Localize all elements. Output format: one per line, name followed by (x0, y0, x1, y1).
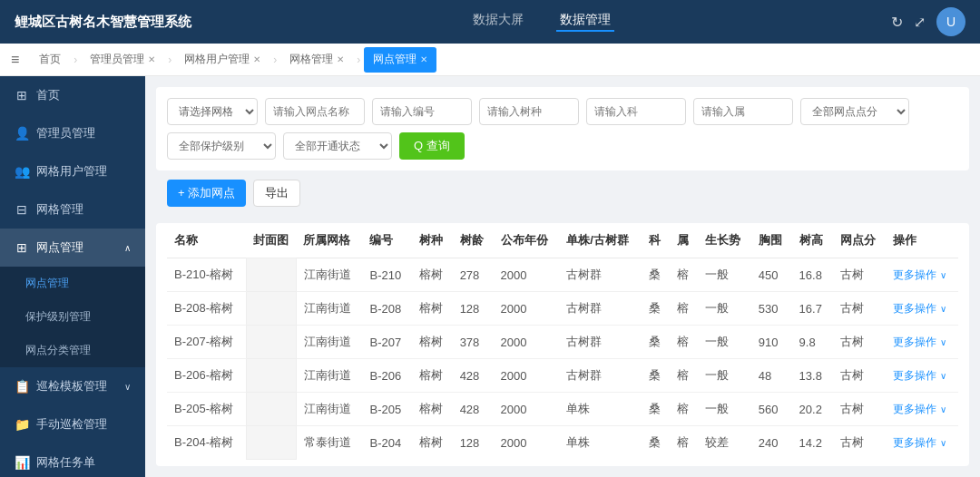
tab-node-mgmt[interactable]: 网点管理 ✕ (364, 47, 436, 73)
chevron-down-icon: ∨ (940, 438, 946, 448)
cell-action-0[interactable]: 更多操作 ∨ (886, 258, 958, 292)
select-network[interactable]: 请选择网格 (167, 98, 258, 125)
sidebar-patrol-manual-label: 手动巡检管理 (36, 416, 107, 433)
more-action-button-0[interactable]: 更多操作 ∨ (893, 268, 946, 283)
sidebar-item-grid-user[interactable]: 👥 网格用户管理 (0, 152, 145, 190)
col-action: 操作 (886, 223, 958, 258)
select-protect[interactable]: 全部保护级别 (167, 132, 276, 160)
sidebar-item-grid-task[interactable]: 📊 网格任务单 (0, 443, 145, 477)
input-number[interactable] (372, 98, 472, 125)
cell-age-5: 128 (453, 426, 494, 460)
chevron-down-icon: ∨ (940, 404, 946, 414)
col-family: 科 (642, 223, 670, 258)
export-button[interactable]: 导出 (253, 180, 300, 207)
sidebar-item-node-mgmt[interactable]: ⊞ 网点管理 ∧ (0, 229, 145, 267)
cell-number-4: B-205 (362, 393, 411, 426)
cell-cover-2 (246, 326, 296, 359)
input-species[interactable] (479, 98, 579, 125)
col-year: 公布年份 (494, 223, 560, 258)
data-table-wrap: 名称 封面图 所属网格 编号 树种 树龄 公布年份 单株/古树群 科 属 生长势… (156, 223, 969, 466)
col-number: 编号 (362, 223, 411, 258)
cell-name-4: B-205-榕树 (167, 393, 246, 426)
cell-action-5[interactable]: 更多操作 ∨ (886, 426, 958, 460)
cell-number-5: B-204 (362, 426, 411, 460)
sidebar-node-mgmt-label: 网点管理 (36, 239, 83, 256)
tab-grid-mgmt[interactable]: 网格管理 ✕ (280, 47, 353, 73)
table-row: B-208-榕树 江南街道 B-208 榕树 128 2000 古树群 桑 榕 … (167, 292, 958, 326)
input-family[interactable] (586, 98, 686, 125)
cell-action-4[interactable]: 更多操作 ∨ (886, 393, 958, 426)
table-row: B-204-榕树 常泰街道 B-204 榕树 128 2000 单株 桑 榕 较… (167, 426, 958, 460)
select-status[interactable]: 全部开通状态 (283, 132, 392, 160)
cell-genus-3: 榕 (670, 359, 698, 393)
table-row: B-207-榕树 江南街道 B-207 榕树 378 2000 古树群 桑 榕 … (167, 326, 958, 359)
fullscreen-icon[interactable]: ⤢ (914, 14, 926, 31)
cell-height-0: 16.8 (792, 258, 833, 292)
chevron-down-icon: ∨ (940, 304, 946, 314)
input-genus[interactable] (693, 98, 793, 125)
cell-type-0: 古树群 (559, 258, 642, 292)
more-action-button-5[interactable]: 更多操作 ∨ (893, 435, 946, 451)
cell-network-2: 江南街道 (296, 326, 362, 359)
sidebar-grid-mgmt-label: 网格管理 (36, 201, 83, 218)
col-network: 所属网格 (296, 223, 362, 258)
sidebar: ⊞ 首页 👤 管理员管理 👥 网格用户管理 ⊟ 网格管理 ⊞ 网点管理 ∧ 网点… (0, 76, 145, 477)
cell-action-2[interactable]: 更多操作 ∨ (886, 326, 958, 359)
cell-family-2: 桑 (642, 326, 670, 359)
action-bar: + 添加网点 导出 (156, 180, 969, 214)
table-header-row: 名称 封面图 所属网格 编号 树种 树龄 公布年份 单株/古树群 科 属 生长势… (167, 223, 958, 258)
table-row: B-206-榕树 江南街道 B-206 榕树 428 2000 古树群 桑 榕 … (167, 359, 958, 393)
more-action-button-1[interactable]: 更多操作 ∨ (893, 301, 946, 316)
select-score[interactable]: 全部网点点分 (800, 98, 909, 125)
tab-bar: ≡ 首页 › 管理员管理 ✕ › 网格用户管理 ✕ › 网格管理 ✕ › 网点管… (0, 44, 980, 76)
more-action-button-3[interactable]: 更多操作 ∨ (893, 368, 946, 384)
cell-age-3: 428 (453, 359, 494, 393)
add-node-button[interactable]: + 添加网点 (167, 180, 246, 207)
sidebar-sub-node-classify[interactable]: 网点分类管理 (0, 334, 145, 367)
more-action-button-4[interactable]: 更多操作 ∨ (893, 402, 946, 417)
cell-action-1[interactable]: 更多操作 ∨ (886, 292, 958, 326)
cell-number-0: B-210 (362, 258, 411, 292)
tab-admin-close[interactable]: ✕ (148, 54, 155, 64)
more-action-button-2[interactable]: 更多操作 ∨ (893, 335, 946, 350)
cell-name-1: B-208-榕树 (167, 292, 246, 326)
tab-admin-label: 管理员管理 (90, 52, 144, 67)
patrol-manual-icon: 📁 (15, 417, 29, 432)
cell-growth-4: 一般 (698, 393, 751, 426)
input-name[interactable] (265, 98, 365, 125)
query-button[interactable]: Q 查询 (399, 132, 465, 160)
tab-node-mgmt-close[interactable]: ✕ (420, 54, 427, 64)
sidebar-item-patrol-manual[interactable]: 📁 手动巡检管理 (0, 405, 145, 443)
nav-data-screen[interactable]: 数据大屏 (469, 12, 527, 32)
cell-height-4: 20.2 (792, 393, 833, 426)
tab-grid-user[interactable]: 网格用户管理 ✕ (175, 47, 270, 73)
col-genus: 属 (670, 223, 698, 258)
content-area: 请选择网格 全部网点点分 全部保护级别 全部开通状态 Q 查询 + 添加网点 导… (145, 76, 980, 477)
sidebar-item-grid-mgmt[interactable]: ⊟ 网格管理 (0, 190, 145, 229)
nav-data-mgmt[interactable]: 数据管理 (556, 12, 614, 32)
cell-age-2: 378 (453, 326, 494, 359)
menu-icon[interactable]: ≡ (11, 52, 19, 68)
sidebar-sub-node-list[interactable]: 网点管理 (0, 267, 145, 300)
tab-grid-mgmt-close[interactable]: ✕ (337, 54, 344, 64)
cell-family-0: 桑 (642, 258, 670, 292)
cell-score-3: 古树 (833, 359, 887, 393)
tab-admin[interactable]: 管理员管理 ✕ (81, 47, 164, 73)
cell-growth-2: 一般 (698, 326, 751, 359)
avatar[interactable]: U (936, 7, 965, 36)
sidebar-sub-protect-level-label: 保护级别管理 (25, 309, 91, 325)
cell-number-2: B-207 (362, 326, 411, 359)
node-mgmt-icon: ⊞ (15, 240, 29, 255)
sidebar-home-label: 首页 (36, 87, 60, 103)
tab-grid-user-close[interactable]: ✕ (253, 54, 260, 64)
sidebar-item-admin[interactable]: 👤 管理员管理 (0, 114, 145, 152)
sidebar-grid-task-label: 网格任务单 (36, 454, 95, 471)
cell-score-0: 古树 (833, 258, 887, 292)
sidebar-item-home[interactable]: ⊞ 首页 (0, 76, 145, 114)
tab-home[interactable]: 首页 (30, 47, 70, 73)
cell-network-0: 江南街道 (296, 258, 362, 292)
sidebar-item-patrol-template[interactable]: 📋 巡检模板管理 ∨ (0, 367, 145, 405)
cell-action-3[interactable]: 更多操作 ∨ (886, 359, 958, 393)
refresh-icon[interactable]: ↻ (891, 14, 903, 31)
sidebar-sub-protect-level[interactable]: 保护级别管理 (0, 300, 145, 334)
